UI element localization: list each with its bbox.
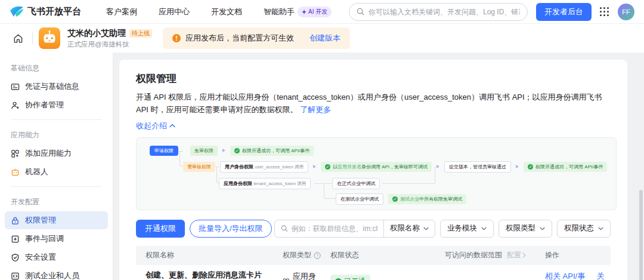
app-name: 艾米的小艾助理 <box>67 28 126 39</box>
global-search[interactable] <box>349 3 528 21</box>
search-icon <box>357 8 364 16</box>
sidebar-section-basic: 基础信息 <box>0 59 113 77</box>
arrow-right-icon <box>313 165 316 168</box>
arrow-right-icon <box>222 149 225 152</box>
permission-table: 权限名称 权限类型 ? 权限状态 可访问的数据范围 配置 <box>136 246 611 280</box>
sidebar-item-add-capability[interactable]: 添加应用能力 <box>5 144 108 162</box>
publish-notice-banner: ! 应用发布后，当前配置方可生效 创建版本 <box>163 27 350 49</box>
chevron-right-icon <box>522 253 527 258</box>
collapse-intro-link[interactable]: 收起介绍 <box>136 121 175 131</box>
sparkle-icon <box>302 10 306 14</box>
app-identity-icon <box>283 278 290 280</box>
learn-more-link[interactable]: 了解更多 <box>300 105 331 114</box>
app-status-badge: 待上线 <box>129 29 152 38</box>
permission-search-group: 权限名称 <box>274 220 435 238</box>
col-permission-type: 权限类型 ? <box>273 250 321 260</box>
main-area: 权限管理 开通 API 权限后，应用才能以应用身份（tenant_access_… <box>113 53 644 280</box>
user-add-icon <box>11 101 20 110</box>
batch-import-export-button[interactable]: 批量导入/导出权限 <box>190 220 272 238</box>
divider <box>32 32 33 44</box>
configure-link[interactable]: 配置 <box>507 250 527 260</box>
lock-icon <box>11 216 20 225</box>
home-icon <box>13 33 23 44</box>
chevron-down-icon <box>540 227 545 230</box>
sidebar-section-capability: 应用能力 <box>0 125 113 144</box>
event-icon <box>11 235 20 244</box>
sidebar-item-permissions[interactable]: 权限管理 <box>5 211 108 229</box>
feishu-logo[interactable]: 飞书开放平台 <box>10 5 81 19</box>
developer-console-button[interactable]: 开发者后台 <box>536 3 592 21</box>
nav-item-dev-docs[interactable]: 开发文档 <box>203 7 250 17</box>
divider <box>11 119 102 120</box>
platform-title: 飞书开放平台 <box>27 6 81 17</box>
apply-permission-node: 申请权限 <box>150 146 178 156</box>
search-field-select[interactable]: 权限名称 <box>383 220 435 237</box>
tenant-identity-node: 应用身份权限 tenant_access_token 调用 <box>219 178 311 189</box>
sidebar-section-dev-config: 开发配置 <box>0 192 113 211</box>
warning-icon: ! <box>172 34 181 42</box>
check-circle-icon: ✓ <box>392 196 398 202</box>
top-navigation: 飞书开放平台 客户案例 应用中心 开发文档 智能助手 AI 开发 开发者后台 F… <box>0 0 644 24</box>
filter-permission-type[interactable]: 权限类型 <box>499 220 552 238</box>
user-debug-badge: ✓ 以应用开发者身份调用 API，免审核即可调试 <box>321 162 432 172</box>
nav-item-ai-assistant[interactable]: 智能助手 AI 开发 <box>255 7 340 17</box>
app-subtitle: 正式应用@海捷科技 <box>67 40 152 48</box>
table-toolbar: 开通权限 批量导入/导出权限 权限名称 <box>136 220 611 238</box>
code-icon <box>11 272 20 280</box>
permission-card: 权限管理 开通 API 权限后，应用才能以应用身份（tenant_access_… <box>119 60 627 280</box>
chevron-down-icon <box>481 227 487 230</box>
app-grid-icon[interactable] <box>600 7 609 17</box>
divider <box>11 186 102 187</box>
permission-flow-diagram: 申请权限 免审权限 ✓ 权限开通成功，可调用 API/事件 需审核权限 用户身份… <box>136 137 617 210</box>
formal-company-node: 在正式企业中调试 <box>332 178 380 189</box>
col-permission-status: 权限状态 <box>321 250 435 260</box>
col-data-scope: 可访问的数据范围 配置 <box>435 250 535 260</box>
notice-text: 应用发布后，当前配置方可生效 <box>185 33 294 44</box>
chevron-down-icon <box>423 227 429 230</box>
sidebar-item-credentials[interactable]: 凭证与基础信息 <box>5 78 108 96</box>
page-description: 开通 API 权限后，应用才能以应用身份（tenant_access_token… <box>136 91 611 116</box>
nav-item-app-center[interactable]: 应用中心 <box>150 7 198 17</box>
filter-permission-status[interactable]: 权限状态 <box>557 220 611 238</box>
success-badge: ✓ 权限开通成功，可调用 API/事件 <box>524 162 607 172</box>
page-title: 权限管理 <box>136 72 611 85</box>
chevron-up-icon <box>169 124 175 128</box>
scrollbar[interactable] <box>639 190 643 280</box>
help-icon[interactable]: ? <box>314 252 321 259</box>
scope-cell: - <box>435 277 535 280</box>
sidebar-item-test-company[interactable]: 测试企业和人员 <box>5 267 108 280</box>
feishu-bird-icon <box>10 5 24 19</box>
related-api-link[interactable]: 相关 API/事件 <box>545 271 589 280</box>
sidebar-item-bot[interactable]: 机器人 <box>5 163 108 181</box>
sidebar-item-events-callbacks[interactable]: 事件与回调 <box>5 230 108 248</box>
search-icon <box>281 224 288 232</box>
app-header-bar: 艾米的小艾助理 待上线 正式应用@海捷科技 ! 应用发布后，当前配置方可生效 创… <box>0 24 644 53</box>
chevron-down-icon <box>598 227 603 230</box>
nav-item-customer-cases[interactable]: 客户案例 <box>98 7 145 17</box>
col-permission-name: 权限名称 <box>136 250 273 260</box>
check-circle-icon: ✓ <box>234 148 240 153</box>
svg-text:?: ? <box>316 253 318 257</box>
ai-dev-badge: AI 开发 <box>298 7 332 17</box>
close-permission-link[interactable]: 关闭 <box>597 271 611 280</box>
sidebar-item-security[interactable]: 安全设置 <box>5 248 108 266</box>
create-version-link[interactable]: 创建版本 <box>309 33 340 44</box>
robot-icon <box>11 168 20 177</box>
filter-business-module[interactable]: 业务模块 <box>440 220 494 238</box>
shield-icon <box>11 253 20 262</box>
id-card-icon <box>11 82 20 91</box>
test-company-node: 在测试企业中调试 <box>336 193 383 205</box>
app-icon <box>39 27 60 49</box>
permission-type-cell: 应用身份 <box>273 271 321 280</box>
grid-add-icon <box>11 149 20 158</box>
permission-search-input[interactable] <box>292 224 377 233</box>
global-search-input[interactable] <box>369 8 520 16</box>
open-permission-button[interactable]: 开通权限 <box>136 220 185 238</box>
avatar[interactable]: FF <box>618 4 634 20</box>
user-identity-node: 用户身份权限 user_access_token 调用 <box>220 161 308 173</box>
permission-name[interactable]: 创建、更新、删除应用消息流卡片 <box>145 270 262 280</box>
home-button[interactable] <box>10 30 26 47</box>
table-row: 创建、更新、删除应用消息流卡片 im:app_feed_card:write 应… <box>136 265 611 280</box>
sidebar-item-collaborators[interactable]: 协作者管理 <box>5 96 108 114</box>
no-review-node: 免审权限 <box>190 146 218 156</box>
